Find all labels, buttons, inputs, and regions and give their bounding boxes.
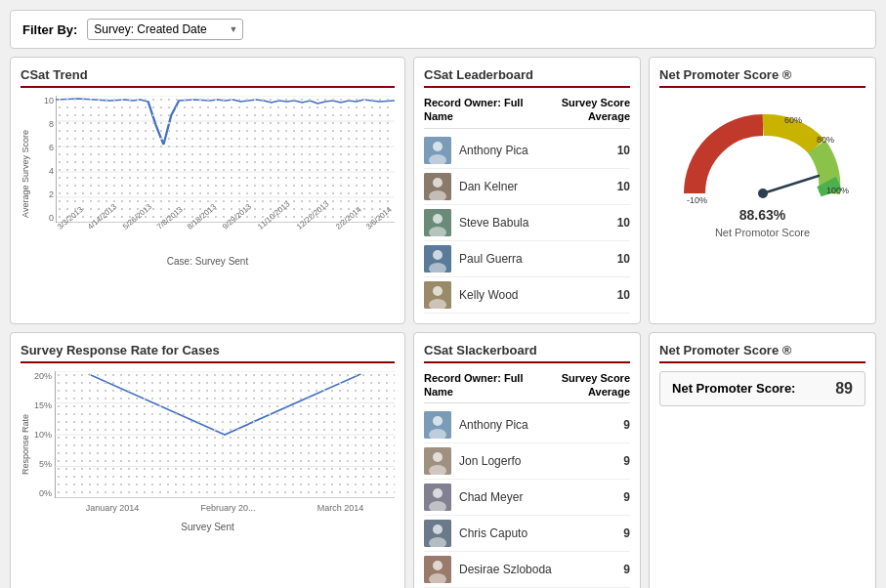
nps-bottom-title: Net Promoter Score ® <box>659 343 865 363</box>
svg-text:80%: 80% <box>817 135 834 145</box>
csat-trend-chart: Average Survey Score 10 8 6 4 2 0 <box>21 96 395 252</box>
board-name: Desirae Szloboda <box>459 563 552 576</box>
nps-score-value: 89 <box>835 380 853 398</box>
leaderboard-header: Record Owner: Full Name Survey Score Ave… <box>424 96 630 129</box>
list-item: Anthony Pica 9 <box>424 407 630 443</box>
list-item: Chad Meyer 9 <box>424 480 630 516</box>
filter-select[interactable]: Survey: Created Date <box>87 19 243 40</box>
csat-trend-caption: Case: Survey Sent <box>21 256 395 267</box>
avatar <box>424 281 451 309</box>
svg-point-27 <box>758 189 768 198</box>
gauge-container: -10% 60% 80% 100% 88.63% Net Promotor Sc… <box>659 96 865 248</box>
avatar <box>424 447 451 475</box>
nps-top-title: Net Promoter Score ® <box>659 67 865 88</box>
board-score: 10 <box>617 216 630 230</box>
response-chart-area: Response Rate 20% 15% 10% 5% 0% <box>21 371 395 518</box>
csat-leaderboard-panel: CSat Leaderboard Record Owner: Full Name… <box>413 57 641 324</box>
list-item: Jon Logerfo 9 <box>424 443 630 480</box>
csat-trend-panel: CSat Trend Average Survey Score 10 8 6 4… <box>10 57 405 324</box>
nps-top-panel: Net Promoter Score ® -10% 6 <box>649 57 876 324</box>
filter-select-wrapper[interactable]: Survey: Created Date <box>87 19 243 40</box>
svg-point-44 <box>433 525 443 534</box>
board-row-left: Kelly Wood <box>424 281 518 309</box>
svg-point-47 <box>433 561 443 570</box>
board-row-left: Anthony Pica <box>424 137 528 164</box>
gauge-svg: -10% 60% 80% 100% <box>675 105 851 213</box>
board-name: Kelly Wood <box>459 288 518 302</box>
gauge-label: Net Promotor Score <box>715 227 810 238</box>
board-name: Anthony Pica <box>459 144 528 157</box>
svg-point-8 <box>433 142 443 151</box>
board-score: 9 <box>623 563 630 576</box>
survey-response-title: Survey Response Rate for Cases <box>21 343 395 363</box>
nps-bottom-panel: Net Promoter Score ® Net Promoter Score:… <box>649 332 876 588</box>
board-row-left: Desirae Szloboda <box>424 556 552 583</box>
filter-bar: Filter By: Survey: Created Date <box>10 10 876 49</box>
svg-text:100%: 100% <box>826 186 849 195</box>
avatar <box>424 173 451 200</box>
slackerboard-header: Record Owner: Full Name Survey Score Ave… <box>424 371 630 404</box>
avatar <box>424 209 451 236</box>
board-name: Jon Logerfo <box>459 454 521 468</box>
avatar <box>424 245 451 273</box>
board-name: Paul Guerra <box>459 252 523 266</box>
board-name: Dan Kelner <box>459 180 518 193</box>
board-score: 10 <box>617 180 630 193</box>
response-y-label: Response Rate <box>21 371 34 518</box>
board-row-left: Jon Logerfo <box>424 447 521 475</box>
board-score: 9 <box>623 454 630 468</box>
svg-text:60%: 60% <box>784 115 802 125</box>
list-item: Chris Caputo 9 <box>424 516 630 552</box>
svg-point-35 <box>433 416 443 426</box>
slackerboard-col1: Record Owner: Full Name <box>424 371 541 399</box>
list-item: Paul Guerra 10 <box>424 241 630 277</box>
board-score: 10 <box>617 288 630 302</box>
nps-score-box: Net Promoter Score: 89 <box>659 371 865 406</box>
board-score: 10 <box>617 144 630 157</box>
svg-point-20 <box>433 286 443 296</box>
avatar <box>424 137 451 164</box>
svg-point-14 <box>433 214 443 224</box>
svg-text:-10%: -10% <box>687 195 707 205</box>
leaderboard-col2: Survey Score Average <box>552 96 630 124</box>
survey-response-panel: Survey Response Rate for Cases Response … <box>10 332 405 588</box>
response-caption: Survey Sent <box>21 522 395 532</box>
nps-score-label: Net Promoter Score: <box>672 381 795 396</box>
board-name: Steve Babula <box>459 216 528 230</box>
list-item: Anthony Pica 10 <box>424 133 630 169</box>
svg-point-41 <box>433 488 443 498</box>
board-score: 9 <box>623 490 630 504</box>
svg-point-17 <box>433 250 443 260</box>
avatar <box>424 556 451 583</box>
leaderboard-rows: Anthony Pica 10 Dan Kelner 10 <box>424 133 630 314</box>
board-row-left: Chad Meyer <box>424 483 523 511</box>
csat-trend-y-label: Average Survey Score <box>21 130 36 218</box>
gauge-wrapper: -10% 60% 80% 100% <box>675 105 851 203</box>
list-item: Steve Babula 10 <box>424 205 630 241</box>
list-item: Dan Kelner 10 <box>424 169 630 205</box>
csat-trend-title: CSat Trend <box>21 67 395 88</box>
board-score: 9 <box>623 418 630 432</box>
leaderboard-col1: Record Owner: Full Name <box>424 96 541 124</box>
board-name: Chris Caputo <box>459 526 527 540</box>
avatar <box>424 483 451 511</box>
list-item: Kelly Wood 10 <box>424 277 630 314</box>
csat-leaderboard-title: CSat Leaderboard <box>424 67 630 88</box>
board-name: Anthony Pica <box>459 418 528 432</box>
board-row-left: Steve Babula <box>424 209 528 236</box>
board-score: 9 <box>623 526 630 540</box>
svg-point-38 <box>433 452 443 462</box>
svg-point-11 <box>433 178 443 188</box>
board-score: 10 <box>617 252 630 266</box>
avatar <box>424 520 451 547</box>
board-row-left: Chris Caputo <box>424 520 527 547</box>
board-row-left: Paul Guerra <box>424 245 523 273</box>
svg-line-26 <box>763 176 819 193</box>
board-row-left: Dan Kelner <box>424 173 518 200</box>
filter-label: Filter By: <box>22 22 77 37</box>
slackerboard-rows: Anthony Pica 9 Jon Logerfo 9 <box>424 407 630 588</box>
board-name: Chad Meyer <box>459 490 523 504</box>
avatar <box>424 411 451 439</box>
list-item: Desirae Szloboda 9 <box>424 552 630 588</box>
dashboard: CSat Trend Average Survey Score 10 8 6 4… <box>10 57 876 588</box>
